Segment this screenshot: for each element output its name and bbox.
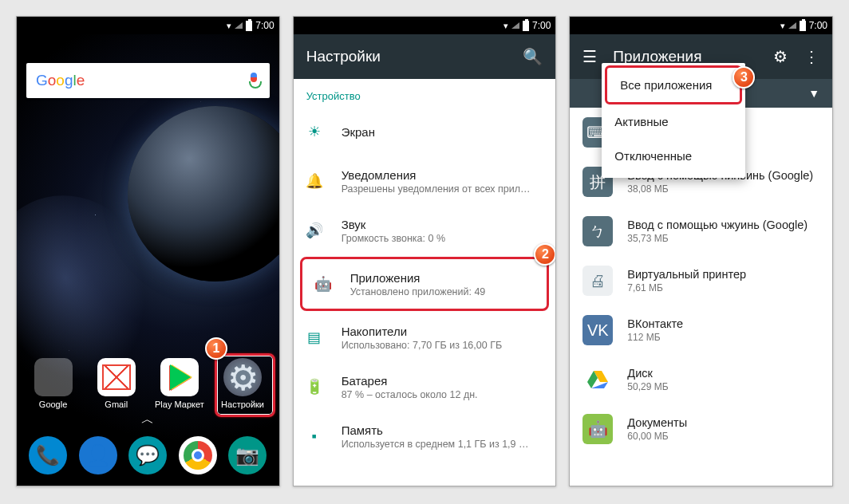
google-logo: Google <box>36 72 85 89</box>
status-bar: ▾ 7:00 <box>294 17 556 34</box>
apps-icon: 🤖 <box>315 275 331 293</box>
row-battery[interactable]: 🔋 Батарея87 % – осталось около 12 дн. <box>294 362 556 411</box>
callout-1 <box>215 353 275 417</box>
row-notifications[interactable]: 🔔 УведомленияРазрешены уведомления от вс… <box>294 156 556 206</box>
signal-icon <box>235 22 243 29</box>
wallpaper: Google Google Gmail Play Маркет Настройк… <box>17 34 279 486</box>
volume-icon: 🔊 <box>306 222 322 239</box>
app-google-folder[interactable]: Google <box>24 358 83 409</box>
vk-icon: VK <box>582 315 613 345</box>
storage-icon: ▤ <box>306 329 322 346</box>
mic-icon[interactable] <box>247 73 260 89</box>
battery-icon <box>523 21 529 31</box>
chevron-down-icon: ▼ <box>808 87 819 100</box>
settings-title: Настройки <box>306 48 507 65</box>
battery-icon <box>800 21 806 31</box>
dock: 📞 👤 💬 📷 <box>17 436 279 474</box>
row-display[interactable]: ☀ Экран <box>294 107 556 156</box>
app-row-6[interactable]: 🤖 Документы60,00 МБ <box>570 404 832 454</box>
battery-icon <box>246 21 252 31</box>
filter-dropdown: Все приложения Активные Отключенные <box>602 63 745 178</box>
dock-messages[interactable]: 💬 <box>128 436 167 474</box>
app-drawer-handle[interactable]: ︿ <box>141 411 154 428</box>
dropdown-active[interactable]: Активные <box>602 104 745 139</box>
settings-appbar: Настройки 🔍 <box>294 34 556 79</box>
section-device: Устройство <box>294 79 556 107</box>
row-storage[interactable]: ▤ НакопителиИспользовано: 7,70 ГБ из 16,… <box>294 313 556 362</box>
dropdown-all[interactable]: Все приложения <box>607 68 740 102</box>
keyboard-icon: ㄅ <box>582 216 613 246</box>
app-row-5[interactable]: Диск50,29 МБ <box>570 355 832 404</box>
status-bar: ▾ 7:00 <box>17 17 279 34</box>
dock-camera[interactable]: 📷 <box>228 436 267 474</box>
menu-icon[interactable]: ☰ <box>582 47 597 66</box>
dock-chrome[interactable] <box>179 436 217 474</box>
badge-2: 2 <box>534 243 556 266</box>
android-icon: 🤖 <box>582 414 613 444</box>
wifi-icon: ▾ <box>780 21 785 31</box>
signal-icon <box>788 22 796 29</box>
signal-icon <box>511 22 519 29</box>
app-row-4[interactable]: VK ВКонтакте112 МБ <box>570 305 832 355</box>
apps-screen: ▾ 7:00 ☰ Приложения ⚙ ⋮ Все приложения ▼… <box>569 16 833 486</box>
home-screen: ▾ 7:00 Google Google Gmail Play Маркет <box>16 16 280 486</box>
status-time: 7:00 <box>255 20 274 31</box>
app-row-2[interactable]: ㄅ Ввод с помощью чжуинь (Google)35,73 МБ <box>570 207 832 256</box>
dock-phone[interactable]: 📞 <box>29 436 67 474</box>
google-search-bar[interactable]: Google <box>26 63 270 98</box>
settings-screen: ▾ 7:00 Настройки 🔍 Устройство ☀ Экран 🔔 … <box>293 16 557 486</box>
callout-3: Все приложения <box>605 65 742 104</box>
brightness-icon: ☀ <box>306 123 322 140</box>
overflow-icon[interactable]: ⋮ <box>804 47 819 66</box>
settings-gear-icon[interactable]: ⚙ <box>773 47 788 66</box>
badge-1: 1 <box>205 337 227 360</box>
status-time: 7:00 <box>532 20 551 31</box>
app-gmail[interactable]: Gmail <box>87 358 146 409</box>
row-apps[interactable]: 🤖 ПриложенияУстановлено приложений: 49 <box>302 259 547 309</box>
app-row-3[interactable]: 🖨 Виртуальный принтер7,61 МБ <box>570 256 832 305</box>
dropdown-disabled[interactable]: Отключенные <box>602 139 745 173</box>
search-icon[interactable]: 🔍 <box>523 47 543 66</box>
printer-icon: 🖨 <box>582 266 613 296</box>
wifi-icon: ▾ <box>227 21 231 31</box>
battery-row-icon: 🔋 <box>306 378 322 396</box>
row-sound[interactable]: 🔊 ЗвукГромкость звонка: 0 % <box>294 206 556 255</box>
callout-2: 🤖 ПриложенияУстановлено приложений: 49 2 <box>300 257 550 311</box>
wifi-icon: ▾ <box>503 21 508 31</box>
status-bar: ▾ 7:00 <box>570 17 832 34</box>
bell-icon: 🔔 <box>306 172 322 190</box>
app-play-market[interactable]: Play Маркет <box>150 358 209 409</box>
dock-contacts[interactable]: 👤 <box>79 436 117 474</box>
drive-icon <box>582 364 613 395</box>
memory-icon: ▪ <box>306 428 322 445</box>
status-time: 7:00 <box>809 20 827 31</box>
row-memory[interactable]: ▪ ПамятьИспользуется в среднем 1,1 ГБ из… <box>294 411 556 461</box>
